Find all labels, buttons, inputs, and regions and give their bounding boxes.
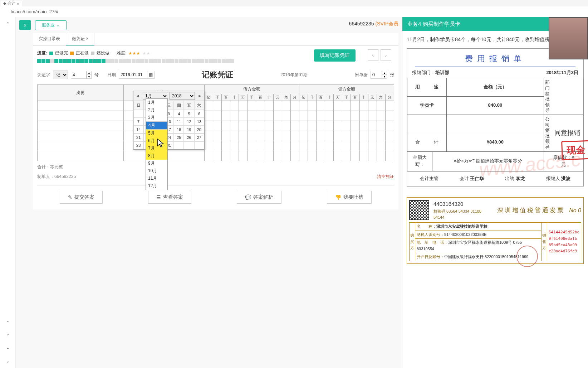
dp-day[interactable]: 14 (133, 126, 143, 134)
money-cell[interactable] (308, 121, 316, 131)
money-cell[interactable] (204, 131, 213, 141)
progress-cell[interactable] (41, 59, 45, 63)
progress-cell[interactable] (102, 59, 106, 63)
money-cell[interactable] (308, 141, 316, 151)
money-cell[interactable] (377, 131, 385, 141)
money-cell[interactable] (230, 101, 239, 111)
money-cell[interactable] (334, 131, 342, 141)
money-cell[interactable] (290, 111, 299, 121)
money-cell[interactable] (204, 121, 213, 131)
money-cell[interactable] (239, 121, 248, 131)
money-cell[interactable] (334, 101, 342, 111)
att-down[interactable]: ▼ (382, 75, 387, 79)
money-cell[interactable] (325, 131, 334, 141)
progress-cell[interactable] (114, 59, 118, 63)
dp-day[interactable]: 28 (133, 141, 143, 149)
money-cell[interactable] (368, 131, 377, 141)
dp-day[interactable]: 18 (174, 126, 184, 134)
month-option[interactable]: 7月 (146, 145, 167, 152)
month-option[interactable]: 5月 (146, 130, 167, 137)
money-cell[interactable] (385, 111, 394, 121)
progress-cell[interactable] (140, 59, 144, 63)
money-cell[interactable] (248, 111, 256, 121)
money-cell[interactable] (213, 121, 221, 131)
money-cell[interactable] (204, 151, 213, 161)
money-cell[interactable] (204, 141, 213, 151)
prev-button[interactable]: ‹ (368, 49, 378, 61)
money-cell[interactable] (334, 151, 342, 161)
month-option[interactable]: 3月 (146, 114, 167, 121)
dp-day[interactable]: 11 (174, 118, 184, 126)
money-cell[interactable] (213, 141, 221, 151)
progress-cell[interactable] (119, 59, 123, 63)
progress-cell[interactable] (187, 59, 191, 63)
money-cell[interactable] (273, 101, 282, 111)
money-cell[interactable] (290, 151, 299, 161)
money-cell[interactable] (273, 131, 282, 141)
money-cell[interactable] (265, 151, 273, 161)
money-cell[interactable] (265, 131, 273, 141)
progress-cell[interactable] (127, 59, 131, 63)
progress-cell[interactable] (217, 59, 221, 63)
dp-day[interactable]: 20 (194, 126, 204, 134)
summary-cell[interactable] (38, 131, 124, 141)
money-cell[interactable] (342, 101, 351, 111)
progress-cell[interactable] (50, 59, 54, 63)
money-cell[interactable] (342, 111, 351, 121)
money-cell[interactable] (222, 141, 230, 151)
progress-cell[interactable] (166, 59, 170, 63)
clear-voucher-link[interactable]: 清空凭证 (377, 174, 394, 180)
month-option[interactable]: 11月 (146, 175, 167, 182)
money-cell[interactable] (239, 131, 248, 141)
progress-cell[interactable] (97, 59, 101, 63)
summary-cell[interactable] (38, 151, 124, 161)
progress-cell[interactable] (149, 59, 153, 63)
money-cell[interactable] (359, 131, 368, 141)
progress-cell[interactable] (136, 59, 140, 63)
money-cell[interactable] (222, 131, 230, 141)
money-cell[interactable] (256, 131, 265, 141)
money-cell[interactable] (342, 151, 351, 161)
money-cell[interactable] (299, 101, 308, 111)
money-cell[interactable] (282, 111, 290, 121)
money-cell[interactable] (290, 131, 299, 141)
sidebar-toggle-2[interactable]: ⌄ (0, 314, 15, 327)
money-cell[interactable] (222, 121, 230, 131)
money-cell[interactable] (213, 111, 221, 121)
next-button[interactable]: › (381, 49, 391, 61)
money-cell[interactable] (290, 121, 299, 131)
money-cell[interactable] (290, 141, 299, 151)
money-cell[interactable] (351, 151, 359, 161)
money-cell[interactable] (377, 151, 385, 161)
submit-button[interactable]: ✎提交答案 (60, 191, 103, 204)
progress-cell[interactable] (200, 59, 204, 63)
month-option[interactable]: 2月 (146, 106, 167, 114)
progress-cell[interactable] (132, 59, 136, 63)
dp-day[interactable]: 6 (194, 110, 204, 118)
service-dropdown[interactable]: 服务业 ⌄ (35, 20, 67, 30)
sidebar-toggle-3[interactable]: ⌄ (0, 327, 15, 341)
money-cell[interactable] (230, 121, 239, 131)
money-cell[interactable] (230, 111, 239, 121)
progress-cell[interactable] (46, 59, 50, 63)
money-cell[interactable] (385, 141, 394, 151)
progress-cell[interactable] (222, 59, 226, 63)
progress-cell[interactable] (192, 59, 196, 63)
browser-tab[interactable]: ◆ 会计 × (0, 0, 22, 6)
tab-voucher[interactable]: 做凭证 × (66, 33, 94, 45)
num-down[interactable]: ▼ (87, 75, 92, 79)
voucher-word-select[interactable]: 记 (53, 71, 68, 79)
progress-cell[interactable] (123, 59, 127, 63)
month-option[interactable]: 9月 (146, 160, 167, 167)
money-cell[interactable] (256, 151, 265, 161)
sidebar-toggle-5[interactable]: ⌄ (0, 354, 15, 368)
money-cell[interactable] (317, 121, 325, 131)
money-cell[interactable] (256, 101, 265, 111)
money-cell[interactable] (222, 151, 230, 161)
money-cell[interactable] (342, 131, 351, 141)
money-cell[interactable] (256, 111, 265, 121)
money-cell[interactable] (256, 121, 265, 131)
month-option[interactable]: 8月 (146, 152, 167, 160)
money-cell[interactable] (368, 121, 377, 131)
dp-day[interactable]: 4 (174, 110, 184, 118)
